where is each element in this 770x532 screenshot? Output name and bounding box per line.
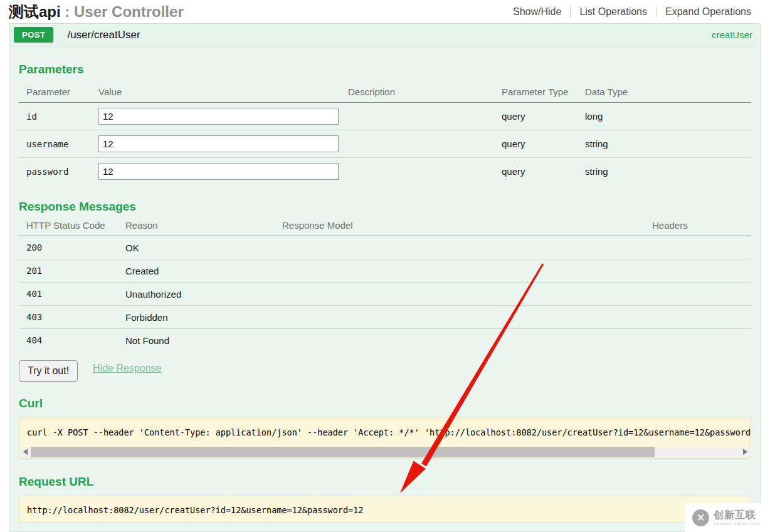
param-data-type: string — [585, 158, 751, 185]
status-reason: Forbidden — [125, 306, 282, 329]
param-data-type: string — [585, 130, 751, 158]
response-model-cell — [282, 306, 652, 329]
status-reason: Not Found — [125, 329, 282, 352]
param-description — [348, 130, 502, 158]
response-row-401: 401 Unauthorized — [19, 283, 751, 306]
param-row-password: password query string — [19, 158, 751, 185]
scroll-right-button[interactable] — [740, 447, 750, 457]
col-response-model: Response Model — [282, 217, 652, 236]
status-code: 401 — [19, 283, 125, 306]
nav-list-operations[interactable]: List Operations — [570, 6, 656, 18]
scroll-left-button[interactable] — [20, 447, 30, 457]
col-parameter-type: Parameter Type — [502, 84, 585, 103]
operation-content: Parameters Parameter Value Description P… — [10, 63, 760, 532]
parameters-heading: Parameters — [19, 63, 751, 76]
request-url-heading: Request URL — [19, 475, 751, 489]
parameters-header-row: Parameter Value Description Parameter Ty… — [19, 84, 751, 103]
curl-horizontal-scrollbar[interactable] — [20, 447, 750, 457]
response-row-403: 403 Forbidden — [19, 306, 751, 329]
operation-path[interactable]: /user/creatUser — [67, 29, 140, 41]
col-headers: Headers — [652, 217, 751, 236]
response-model-cell — [282, 283, 652, 306]
param-row-id: id query long — [19, 103, 751, 130]
responses-header-row: HTTP Status Code Reason Response Model H… — [19, 217, 751, 236]
operation-bar[interactable]: POST /user/creatUser creatUser — [10, 24, 760, 46]
response-model-cell — [282, 236, 652, 259]
nav-expand-operations[interactable]: Expand Operations — [656, 6, 760, 18]
response-messages-table: HTTP Status Code Reason Response Model H… — [19, 217, 751, 352]
watermark: ✕ 创新互联 CHUANG XIN HU LIAN — [685, 503, 770, 532]
param-data-type: long — [585, 103, 751, 130]
parameters-table: Parameter Value Description Parameter Ty… — [19, 84, 751, 185]
headers-cell — [652, 306, 751, 329]
param-password-input[interactable] — [98, 163, 339, 180]
param-name: id — [19, 103, 98, 130]
title-separator: : — [61, 3, 74, 20]
param-username-input[interactable] — [98, 135, 339, 152]
response-row-404: 404 Not Found — [19, 329, 751, 352]
param-row-username: username query string — [19, 130, 751, 158]
param-name: username — [19, 130, 98, 158]
watermark-caption: CHUANG XIN HU LIAN — [714, 522, 760, 526]
headers-cell — [652, 329, 751, 352]
headers-cell — [652, 283, 751, 306]
param-type: query — [502, 158, 585, 185]
headers-cell — [652, 259, 751, 283]
response-row-201: 201 Created — [19, 259, 751, 283]
param-description — [348, 103, 502, 130]
curl-heading: Curl — [19, 397, 751, 410]
http-method-badge[interactable]: POST — [14, 27, 53, 43]
status-code: 404 — [19, 329, 125, 352]
curl-command-box: curl -X POST --header 'Content-Type: app… — [19, 417, 751, 459]
nav-show-hide[interactable]: Show/Hide — [504, 6, 570, 18]
status-code: 200 — [19, 236, 125, 259]
curl-command-text: curl -X POST --header 'Content-Type: app… — [27, 427, 743, 438]
headers-cell — [652, 236, 751, 259]
status-reason: Unauthorized — [125, 283, 282, 306]
watermark-name: 创新互联 — [714, 510, 760, 520]
scroll-left-arrow-icon — [23, 449, 28, 455]
param-type: query — [502, 103, 585, 130]
page-header: 测试api : User Controller Show/Hide List O… — [0, 0, 770, 23]
operation-nickname-link[interactable]: creatUser — [712, 29, 752, 40]
status-code: 403 — [19, 306, 125, 329]
col-data-type: Data Type — [585, 84, 751, 103]
header-nav: Show/Hide List Operations Expand Operati… — [504, 6, 760, 18]
param-name: password — [19, 158, 98, 185]
operation-panel: POST /user/creatUser creatUser Parameter… — [9, 23, 761, 532]
col-parameter: Parameter — [19, 84, 98, 103]
col-http-status-code: HTTP Status Code — [19, 217, 125, 236]
param-id-input[interactable] — [98, 108, 339, 125]
actions-row: Try it out! Hide Response — [19, 360, 751, 382]
col-reason: Reason — [125, 217, 282, 236]
page-title: 测试api : User Controller — [9, 4, 184, 20]
response-messages-heading: Response Messages — [19, 200, 751, 214]
col-value: Value — [98, 84, 348, 103]
scroll-right-arrow-icon — [743, 449, 747, 455]
hide-response-link[interactable]: Hide Response — [93, 363, 161, 374]
status-reason: Created — [125, 259, 282, 283]
try-it-out-button[interactable]: Try it out! — [19, 360, 78, 382]
status-reason: OK — [125, 236, 282, 259]
request-url-box: http://localhost:8082/user/creatUser?id=… — [19, 496, 751, 523]
response-row-200: 200 OK — [19, 236, 751, 259]
response-model-cell — [282, 259, 652, 283]
param-description — [348, 158, 502, 185]
col-description: Description — [348, 84, 502, 103]
request-url-text: http://localhost:8082/user/creatUser?id=… — [27, 504, 743, 516]
api-title-zh: 测试api — [9, 3, 61, 20]
scrollbar-thumb[interactable] — [31, 447, 655, 457]
watermark-logo-icon: ✕ — [692, 509, 709, 526]
api-title-en: User Controller — [74, 3, 184, 20]
status-code: 201 — [19, 259, 125, 283]
param-type: query — [502, 130, 585, 158]
response-model-cell — [282, 329, 652, 352]
